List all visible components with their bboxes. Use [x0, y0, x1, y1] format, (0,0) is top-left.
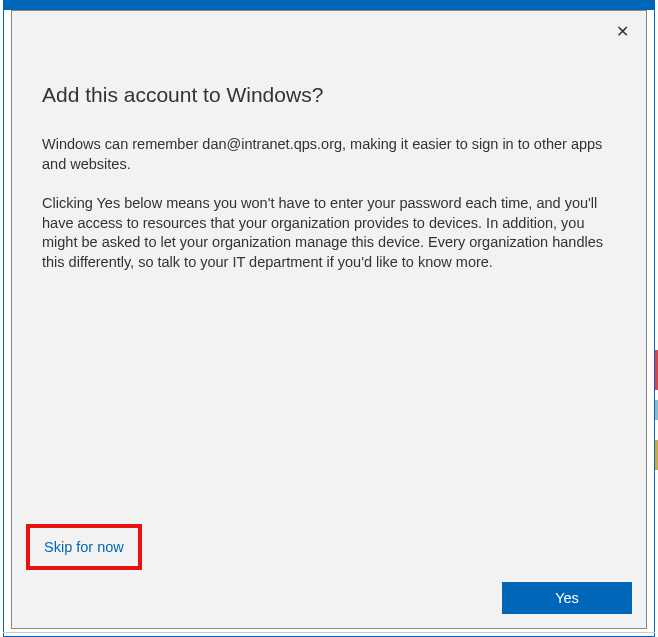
dialog-panel: ✕ Add this account to Windows? Windows c…: [11, 10, 647, 629]
dialog-content: Add this account to Windows? Windows can…: [12, 11, 646, 322]
skip-highlight-box: Skip for now: [26, 524, 142, 570]
dialog-paragraph-1: Windows can remember dan@intranet.qps.or…: [42, 135, 616, 174]
yes-button[interactable]: Yes: [502, 582, 632, 614]
window-bottom-border: [3, 632, 655, 637]
dialog-paragraph-2: Clicking Yes below means you won't have …: [42, 194, 616, 272]
skip-for-now-link[interactable]: Skip for now: [44, 539, 124, 555]
close-icon[interactable]: ✕: [610, 19, 634, 43]
dialog-title: Add this account to Windows?: [42, 83, 616, 107]
window-top-bar: [3, 0, 655, 10]
